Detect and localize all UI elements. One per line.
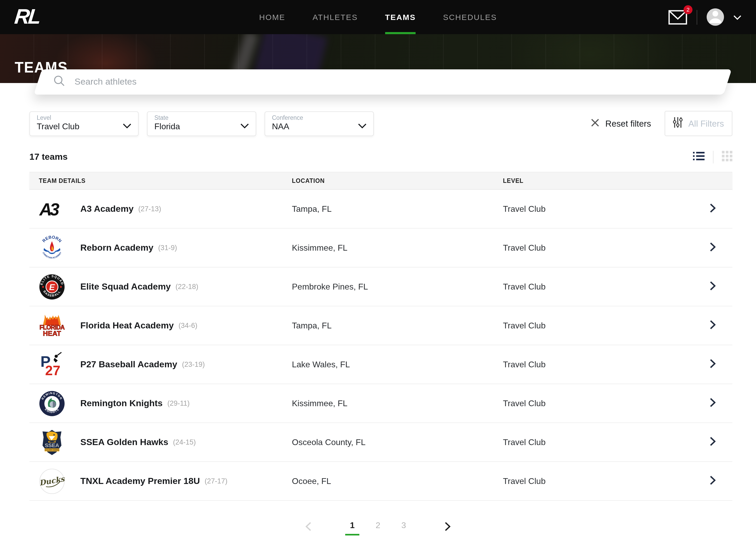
nav-divider	[697, 10, 697, 24]
filter-label: Level	[37, 114, 131, 121]
user-icon	[707, 8, 724, 26]
svg-text:SSEA: SSEA	[45, 442, 59, 448]
filter-level-dropdown[interactable]: Level Travel Club	[29, 111, 138, 136]
chevron-right-icon	[710, 203, 715, 215]
pagination-page-3[interactable]: 3	[401, 521, 406, 534]
tnxl-ducks-logo: Ducks	[39, 468, 65, 494]
table-row[interactable]: ELITE SQUAD BASEBALL E Elite Squad Acade…	[29, 267, 732, 306]
team-level: Travel Club	[503, 360, 692, 369]
team-record: (29-11)	[167, 399, 190, 407]
table-row[interactable]: SSEA GOLDEN HAWKS SSEA Golden Hawks (24-…	[29, 423, 732, 462]
nav-item-schedules[interactable]: SCHEDULES	[443, 0, 497, 34]
filter-value: NAA	[272, 122, 367, 131]
messages-button[interactable]: 2	[668, 10, 687, 24]
all-filters-button[interactable]: All Filters	[665, 111, 732, 136]
chevron-right-icon	[710, 398, 715, 409]
team-level: Travel Club	[503, 321, 692, 330]
app-logo[interactable]: RL	[14, 5, 41, 27]
chevron-right-icon	[710, 436, 715, 448]
filter-label: State	[154, 114, 249, 121]
teams-table: Team Details Location Level A3 A3 Academ…	[29, 172, 732, 501]
team-name: Florida Heat Academy	[80, 320, 174, 331]
chevron-right-icon	[445, 522, 451, 533]
elite-squad-logo: ELITE SQUAD BASEBALL E	[39, 273, 65, 300]
svg-text:E: E	[49, 282, 55, 292]
nav-right-controls: 2	[668, 8, 741, 26]
team-name: Elite Squad Academy	[80, 282, 171, 292]
team-level: Travel Club	[503, 399, 692, 408]
team-record: (34-6)	[179, 322, 197, 329]
florida-heat-logo: FLORIDA HEAT	[39, 313, 65, 339]
filter-label: Conference	[272, 114, 367, 121]
pagination-page-1[interactable]: 1	[350, 521, 355, 534]
team-level: Travel Club	[503, 437, 692, 447]
svg-text:HEAT: HEAT	[43, 329, 61, 337]
team-location: Pembroke Pines, FL	[292, 282, 503, 291]
team-level: Travel Club	[503, 204, 692, 214]
table-row[interactable]: REBORN CHRISTIAN ACADEMY Reborn Academy …	[29, 229, 732, 267]
team-record: (24-15)	[173, 438, 196, 446]
team-record: (23-19)	[182, 360, 205, 369]
main-nav: HOME ATHLETES TEAMS SCHEDULES	[259, 0, 497, 34]
team-level: Travel Club	[503, 243, 692, 253]
team-location: Osceola County, FL	[292, 437, 503, 447]
table-header-row: Team Details Location Level	[29, 172, 732, 190]
reset-filters-button[interactable]: Reset filters	[591, 118, 651, 128]
filter-conference-dropdown[interactable]: Conference NAA	[264, 111, 374, 136]
remington-knights-logo: REMINGTON KNIGHTS	[39, 390, 65, 416]
column-header-location: Location	[292, 178, 503, 184]
search-input[interactable]	[73, 76, 390, 88]
grid-view-icon[interactable]	[722, 151, 732, 164]
chevron-right-icon	[710, 475, 715, 487]
team-location: Lake Wales, FL	[292, 360, 503, 369]
results-count: 17 teams	[29, 152, 68, 163]
table-row[interactable]: P 27 P27 Baseball Academy (23-19) Lake W…	[29, 345, 732, 384]
filter-state-dropdown[interactable]: State Florida	[147, 111, 256, 136]
team-location: Kissimmee, FL	[292, 399, 503, 408]
table-row[interactable]: A3 A3 Academy (27-13) Tampa, FL Travel C…	[29, 190, 732, 229]
team-level: Travel Club	[503, 282, 692, 291]
chevron-right-icon	[710, 320, 715, 331]
filters-bar: Level Travel Club State Florida Conferen…	[29, 111, 732, 136]
team-record: (27-13)	[138, 205, 161, 213]
team-location: Kissimmee, FL	[292, 243, 503, 253]
svg-text:GOLDEN HAWKS: GOLDEN HAWKS	[44, 449, 60, 450]
team-record: (31-9)	[158, 244, 177, 252]
account-chevron-down-icon[interactable]	[733, 12, 741, 22]
app-root: RL HOME ATHLETES TEAMS SCHEDULES 2	[0, 0, 756, 557]
ssea-golden-hawks-logo: SSEA GOLDEN HAWKS	[39, 429, 65, 455]
nav-item-home[interactable]: HOME	[259, 0, 285, 34]
pagination-prev-button[interactable]	[305, 522, 311, 533]
team-name: Remington Knights	[80, 398, 163, 409]
team-record: (22-18)	[176, 283, 198, 291]
filter-value: Travel Club	[37, 122, 131, 131]
chevron-right-icon	[710, 359, 715, 370]
team-location: Tampa, FL	[292, 204, 503, 214]
reborn-academy-logo: REBORN CHRISTIAN ACADEMY	[39, 235, 65, 261]
table-row[interactable]: REMINGTON KNIGHTS Remington Knights (29-…	[29, 384, 732, 423]
search-bar	[34, 69, 732, 95]
pagination-next-button[interactable]	[445, 522, 451, 533]
chevron-down-icon	[123, 121, 131, 130]
team-name: SSEA Golden Hawks	[80, 437, 168, 447]
table-row[interactable]: Ducks TNXL Academy Premier 18U (27-17) O…	[29, 462, 732, 501]
team-record: (27-17)	[204, 477, 227, 485]
p27-logo: P 27	[39, 351, 65, 378]
results-header: 17 teams	[29, 151, 732, 164]
avatar[interactable]	[707, 8, 724, 26]
all-filters-label: All Filters	[688, 118, 724, 128]
unread-count-badge: 2	[684, 5, 692, 14]
team-name: TNXL Academy Premier 18U	[80, 476, 200, 486]
team-location: Ocoee, FL	[292, 476, 503, 486]
pagination-page-2[interactable]: 2	[376, 521, 380, 534]
team-name: P27 Baseball Academy	[80, 359, 177, 370]
table-row[interactable]: FLORIDA HEAT Florida Heat Academy (34-6)…	[29, 306, 732, 345]
nav-item-teams[interactable]: TEAMS	[385, 0, 416, 34]
nav-item-athletes[interactable]: ATHLETES	[313, 0, 358, 34]
filter-value: Florida	[154, 122, 249, 131]
reset-filters-label: Reset filters	[605, 118, 651, 128]
team-location: Tampa, FL	[292, 321, 503, 330]
list-view-icon[interactable]	[693, 151, 704, 163]
pagination: 1 2 3	[0, 521, 756, 534]
chevron-right-icon	[710, 281, 715, 292]
